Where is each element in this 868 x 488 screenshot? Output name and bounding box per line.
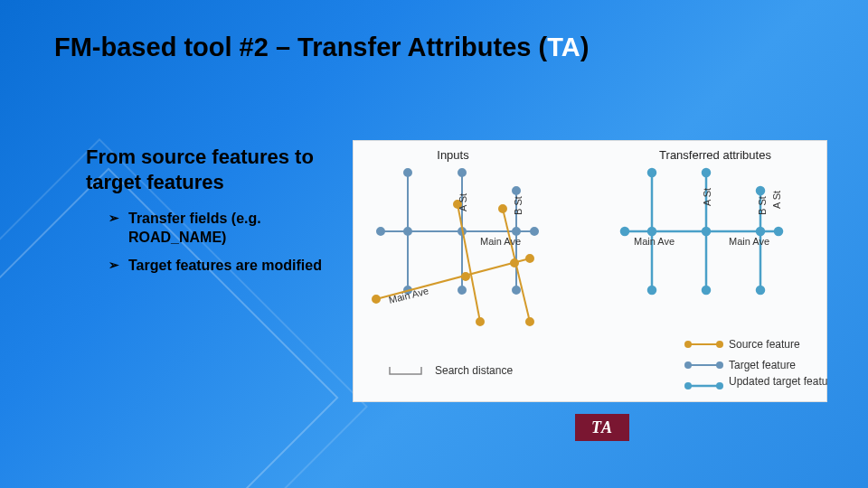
svg-text:Search distance: Search distance	[435, 364, 513, 377]
legend-target: Target feature	[684, 359, 796, 371]
svg-point-10	[513, 187, 520, 194]
svg-point-13	[377, 228, 384, 235]
title-abbr: TA	[547, 33, 580, 61]
label-a-st-right: A St	[702, 188, 712, 206]
svg-point-22	[462, 273, 469, 280]
label-a-st-far-right: A St	[771, 191, 782, 209]
subtitle: From source features to target features	[86, 145, 339, 194]
label-main-ave-right-1: Main Ave	[634, 236, 675, 247]
legend-source: Source feature	[684, 338, 800, 351]
svg-point-7	[458, 169, 466, 176]
label-main-ave-left-blue: Main Ave	[480, 236, 521, 247]
svg-point-52	[716, 382, 723, 389]
slide-title: FM-based tool #2 – Transfer Attributes (…	[54, 33, 589, 62]
svg-point-31	[648, 228, 656, 235]
target-lines-left	[377, 169, 538, 294]
svg-point-5	[404, 228, 411, 235]
svg-point-40	[775, 228, 782, 235]
svg-point-11	[513, 228, 520, 235]
diagram-svg: Inputs Transferred attributes	[354, 141, 828, 403]
svg-point-12	[513, 286, 520, 294]
label-b-st-right: B St	[757, 196, 768, 215]
diagram-figure: Inputs Transferred attributes	[353, 140, 827, 402]
svg-point-19	[526, 255, 533, 262]
svg-point-34	[703, 228, 710, 235]
svg-line-16	[458, 204, 480, 322]
svg-point-32	[648, 286, 656, 294]
svg-text:Target feature: Target feature	[729, 359, 796, 371]
svg-point-35	[703, 286, 710, 294]
label-main-ave-right-2: Main Ave	[729, 236, 769, 247]
svg-point-23	[499, 205, 506, 212]
source-lines-left	[373, 201, 533, 325]
bullet-list: Transfer fields (e.g. ROAD_NAME) Target …	[108, 210, 335, 284]
svg-point-33	[703, 169, 710, 176]
title-suffix: )	[580, 33, 590, 61]
svg-point-36	[757, 187, 764, 194]
label-a-st-left: A St	[458, 193, 468, 211]
bullet-item: Transfer fields (e.g. ROAD_NAME)	[108, 210, 335, 248]
legend-updated: Updated target feature	[684, 375, 828, 389]
svg-text:Updated target feature: Updated target feature	[729, 375, 828, 388]
legend-search-distance: Search distance	[390, 364, 513, 377]
svg-point-30	[648, 169, 656, 176]
title-prefix: FM-based tool #2 – Transfer Attributes (	[54, 33, 547, 61]
svg-point-51	[684, 382, 692, 389]
bullet-item: Target features are modified	[108, 257, 335, 276]
label-b-st-left: B St	[513, 196, 524, 215]
svg-point-39	[621, 228, 628, 235]
svg-point-14	[531, 228, 538, 235]
svg-point-43	[684, 341, 692, 348]
svg-point-9	[458, 286, 466, 294]
left-panel-title: Inputs	[437, 148, 469, 162]
updated-lines-right	[621, 169, 782, 294]
svg-point-38	[757, 286, 764, 294]
svg-point-4	[404, 169, 411, 176]
svg-point-47	[684, 361, 692, 369]
svg-point-48	[716, 361, 723, 369]
svg-point-18	[373, 296, 380, 303]
svg-point-44	[716, 341, 723, 348]
svg-point-25	[511, 259, 518, 267]
svg-text:Source feature: Source feature	[729, 338, 800, 351]
svg-point-37	[757, 228, 764, 235]
right-panel-title: Transferred attributes	[659, 148, 771, 162]
ta-badge: TA	[575, 414, 629, 441]
svg-point-21	[476, 318, 484, 325]
svg-point-24	[526, 318, 533, 325]
